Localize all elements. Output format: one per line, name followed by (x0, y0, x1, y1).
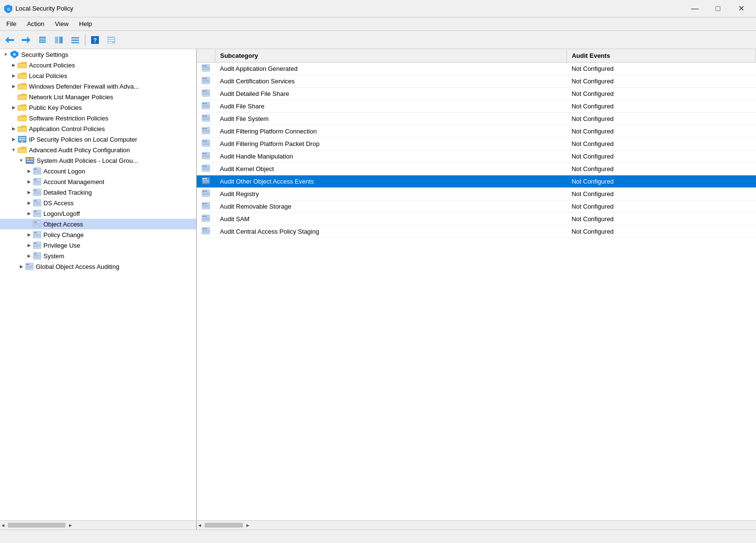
tree-item-public-key[interactable]: Public Key Policies (0, 102, 196, 113)
svg-rect-82 (202, 69, 209, 69)
tree-item-security-settings[interactable]: Security Settings (0, 49, 196, 60)
table-row[interactable]: Audit Other Object Access EventsNot Conf… (197, 175, 756, 188)
tree-item-advanced-audit[interactable]: Advanced Audit Policy Configuration (0, 145, 196, 155)
row-audit-events: Not Configured (567, 175, 756, 188)
label-system: System (43, 252, 64, 260)
tree-item-privilege-use[interactable]: Privilege Use (0, 240, 196, 251)
row-icon-cell (197, 100, 215, 113)
row-audit-events: Not Configured (567, 63, 756, 75)
label-privilege-use: Privilege Use (43, 242, 81, 249)
right-scroll-left-arrow[interactable]: ◀ (197, 523, 202, 528)
tree-item-system[interactable]: System (0, 251, 196, 261)
tree-item-logon-logoff[interactable]: Logon/Logoff (0, 208, 196, 219)
table-row[interactable]: Audit Certification ServicesNot Configur… (197, 75, 756, 88)
table-row[interactable]: Audit SAMNot Configured (197, 213, 756, 225)
label-detailed-tracking: Detailed Tracking (43, 189, 92, 196)
toggle-account-logon[interactable] (25, 167, 33, 175)
tree-item-app-control[interactable]: Application Control Policies (0, 123, 196, 134)
toggle-public-key[interactable] (10, 104, 17, 111)
tree-item-windows-defender[interactable]: Windows Defender Firewall with Adva... (0, 81, 196, 92)
row-subcategory: Audit Registry (215, 188, 567, 200)
tree-item-account-logon[interactable]: Account Logon (0, 166, 196, 176)
svg-rect-76 (27, 266, 32, 266)
up-button[interactable] (35, 33, 50, 47)
table-row[interactable]: Audit Filtering Platform ConnectionNot C… (197, 125, 756, 138)
policy-row-icon (202, 114, 210, 122)
svg-rect-104 (202, 128, 204, 129)
table-row[interactable]: Audit Detailed File ShareNot Configured (197, 88, 756, 100)
back-button[interactable] (2, 33, 17, 47)
right-scroll-thumb[interactable] (204, 523, 243, 528)
toggle-local-policies[interactable] (10, 72, 17, 79)
show-hide-button[interactable] (51, 33, 67, 47)
tree-item-account-policies[interactable]: Account Policies (0, 60, 196, 70)
table-row[interactable]: Audit File SystemNot Configured (197, 113, 756, 125)
svg-rect-147 (202, 232, 209, 232)
table-row[interactable]: Audit Filtering Platform Packet DropNot … (197, 138, 756, 150)
table-row[interactable]: Audit Kernel ObjectNot Configured (197, 163, 756, 175)
menu-action[interactable]: Action (23, 18, 49, 29)
tree-item-network-list[interactable]: Network List Manager Policies (0, 92, 196, 102)
maximize-button[interactable]: □ (707, 2, 729, 15)
left-scroll-left-arrow[interactable]: ◀ (0, 523, 6, 528)
tree-item-ds-access[interactable]: DS Access (0, 198, 196, 208)
policy-row-icon (202, 64, 210, 72)
security-settings-icon (10, 50, 19, 59)
row-icon-cell (197, 200, 215, 213)
menu-file[interactable]: File (2, 18, 21, 29)
toggle-windows-defender[interactable] (10, 82, 17, 90)
help-button[interactable]: ? (87, 33, 103, 47)
toggle-security-settings[interactable] (2, 51, 10, 58)
tree-item-detailed-tracking[interactable]: Detailed Tracking (0, 187, 196, 198)
left-pane[interactable]: Security Settings Account Policies Local… (0, 49, 197, 520)
label-account-logon: Account Logon (43, 168, 85, 175)
toggle-privilege-use[interactable] (25, 241, 33, 249)
left-scrollbar[interactable]: ◀ ▶ (0, 521, 197, 530)
table-row[interactable]: Audit Removable StorageNot Configured (197, 200, 756, 213)
toggle-logon-logoff[interactable] (25, 210, 33, 217)
toggle-advanced-audit[interactable] (10, 146, 17, 154)
toggle-global-object[interactable] (17, 263, 25, 270)
toggle-app-control[interactable] (10, 125, 17, 132)
menu-view[interactable]: View (51, 18, 73, 29)
table-row[interactable]: Audit Application GeneratedNot Configure… (197, 63, 756, 75)
tree-item-system-audit[interactable]: System Audit Policies - Local Grou... (0, 155, 196, 166)
close-button[interactable]: ✕ (730, 2, 752, 15)
row-subcategory: Audit SAM (215, 213, 567, 225)
row-audit-events: Not Configured (567, 188, 756, 200)
toggle-system-audit[interactable] (17, 157, 25, 164)
table-row[interactable]: Audit File ShareNot Configured (197, 100, 756, 113)
tree-item-account-management[interactable]: Account Management (0, 176, 196, 187)
tree-item-ip-security[interactable]: IP Security Policies on Local Computer (0, 134, 196, 145)
left-scroll-right-arrow[interactable]: ▶ (68, 523, 73, 528)
table-row[interactable]: Audit RegistryNot Configured (197, 188, 756, 200)
toggle-ip-security[interactable] (10, 135, 17, 143)
tree-item-local-policies[interactable]: Local Policies (0, 70, 196, 81)
toggle-detailed-tracking[interactable] (25, 188, 33, 196)
tree-item-global-object[interactable]: Global Object Access Auditing (0, 261, 196, 272)
svg-rect-13 (71, 42, 79, 43)
left-scroll-thumb[interactable] (8, 523, 66, 528)
list-button[interactable] (68, 33, 83, 47)
tree-item-software-restriction[interactable]: Software Restriction Policies (0, 113, 196, 123)
toggle-account-policies[interactable] (10, 61, 17, 69)
toggle-system[interactable] (25, 252, 33, 260)
export-button[interactable] (104, 33, 119, 47)
toggle-policy-change[interactable] (25, 231, 33, 238)
forward-button[interactable] (18, 33, 34, 47)
table-row[interactable]: Audit Central Access Policy StagingNot C… (197, 225, 756, 238)
tree-item-policy-change[interactable]: Policy Change (0, 229, 196, 240)
menu-help[interactable]: Help (75, 18, 96, 29)
col-header-audit-events[interactable]: Audit Events (567, 49, 756, 63)
svg-text:?: ? (93, 37, 97, 44)
row-audit-events: Not Configured (567, 138, 756, 150)
tree-item-object-access[interactable]: Object Access (0, 219, 196, 229)
right-scrollbar[interactable]: ◀ ▶ (197, 521, 756, 530)
table-row[interactable]: Audit Handle ManipulationNot Configured (197, 150, 756, 163)
svg-rect-33 (18, 148, 27, 153)
toggle-account-management[interactable] (25, 178, 33, 185)
right-scroll-right-arrow[interactable]: ▶ (245, 523, 251, 528)
toggle-ds-access[interactable] (25, 199, 33, 207)
minimize-button[interactable]: — (684, 2, 706, 15)
col-header-subcategory[interactable]: Subcategory (215, 49, 567, 63)
